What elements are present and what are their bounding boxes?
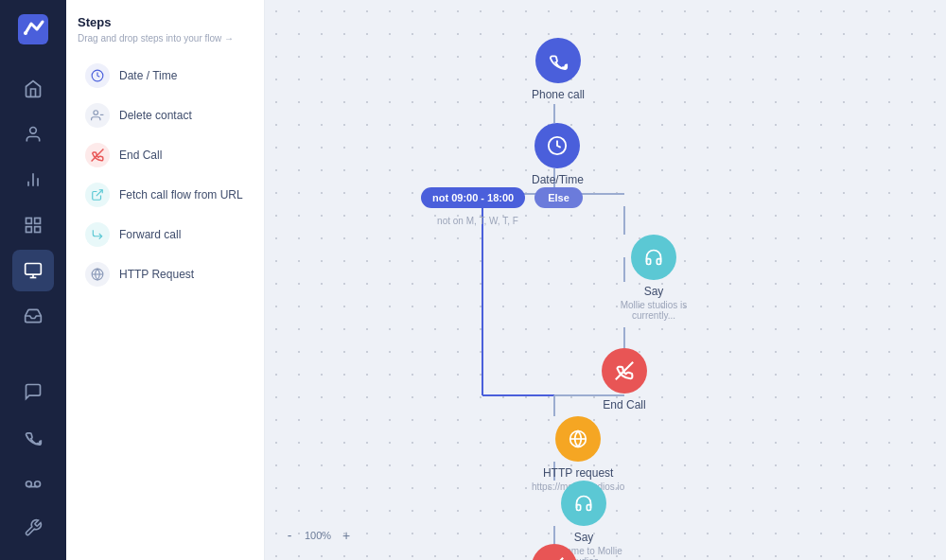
datetime-label: Date/Time	[532, 173, 584, 186]
sidebar	[0, 0, 66, 560]
logo	[15, 11, 51, 47]
phone-call-node[interactable]: Phone call	[532, 38, 585, 101]
steps-title: Steps	[78, 15, 253, 29]
end-call1-icon	[602, 348, 647, 394]
sidebar-settings[interactable]	[12, 507, 54, 549]
step-forward-call-label: Forward call	[119, 228, 181, 241]
sidebar-bottom	[12, 371, 54, 549]
svg-line-20	[96, 190, 102, 196]
svg-point-17	[94, 111, 98, 115]
phone-call-label: Phone call	[532, 88, 585, 101]
step-delete-contact[interactable]: Delete contact	[78, 96, 253, 134]
say1-sublabel: Mollie studios is currently...	[602, 300, 706, 321]
http-request-icon	[555, 416, 601, 462]
phone-call-icon	[535, 38, 581, 83]
step-forward-call-icon	[85, 222, 110, 247]
step-forward-call[interactable]: Forward call	[78, 216, 253, 254]
svg-rect-6	[26, 219, 32, 224]
say1-icon	[631, 235, 676, 280]
zoom-plus-button[interactable]: +	[337, 526, 356, 545]
say1-label: Say	[644, 285, 664, 298]
flow-canvas[interactable]: Phone call Date/Time not 09:00 - 18:00 E…	[265, 0, 946, 560]
say1-node[interactable]: Say Mollie studios is currently...	[602, 235, 706, 321]
svg-point-13	[26, 481, 32, 487]
svg-rect-0	[18, 14, 48, 44]
end-call1-label: End Call	[603, 398, 645, 411]
sidebar-inbox[interactable]	[12, 295, 54, 337]
end-call2-icon	[532, 544, 577, 560]
branch-left-pill[interactable]: not 09:00 - 18:00	[421, 187, 525, 208]
step-delete-contact-label: Delete contact	[119, 109, 192, 122]
step-http-request-label: HTTP Request	[119, 268, 194, 281]
sidebar-chat[interactable]	[12, 371, 54, 412]
steps-subtitle: Drag and drop steps into your flow →	[78, 33, 253, 44]
step-date-time[interactable]: Date / Time	[78, 57, 253, 95]
step-date-time-label: Date / Time	[119, 69, 177, 82]
step-fetch-flow[interactable]: Fetch call flow from URL	[78, 176, 253, 214]
step-end-call[interactable]: End Call	[78, 136, 253, 174]
step-date-time-icon	[85, 63, 110, 88]
sidebar-apps[interactable]	[12, 204, 54, 246]
sidebar-voicemail[interactable]	[12, 462, 54, 503]
say2-icon	[561, 481, 606, 526]
svg-rect-8	[26, 227, 32, 233]
branch-right-pill[interactable]: Else	[534, 187, 583, 208]
datetime-icon	[534, 123, 580, 168]
svg-rect-7	[35, 219, 41, 224]
zoom-level: 100%	[305, 530, 331, 541]
sidebar-analytics[interactable]	[12, 159, 54, 201]
svg-point-2	[30, 128, 37, 134]
step-end-call-label: End Call	[119, 149, 162, 162]
sidebar-flows[interactable]	[12, 250, 54, 291]
sidebar-home[interactable]	[12, 68, 54, 110]
branch-left-condition: not on M, T, W, T, F	[421, 216, 534, 226]
svg-point-1	[24, 31, 27, 35]
sidebar-contacts[interactable]	[12, 114, 54, 155]
end-call1-node[interactable]: End Call	[602, 348, 647, 411]
step-fetch-flow-label: Fetch call flow from URL	[119, 188, 243, 201]
end-call2-node[interactable]: End Call	[532, 544, 577, 560]
steps-panel: Steps Drag and drop steps into your flow…	[66, 0, 265, 560]
svg-rect-9	[35, 227, 41, 233]
branch-pills: not 09:00 - 18:00 Else	[421, 187, 583, 208]
datetime-node[interactable]: Date/Time	[532, 123, 584, 186]
zoom-control: - 100% +	[280, 526, 356, 545]
sidebar-phone[interactable]	[12, 416, 54, 458]
say2-label: Say	[574, 531, 594, 544]
svg-point-14	[35, 481, 41, 487]
step-end-call-icon	[85, 143, 110, 167]
step-http-request-icon	[85, 262, 110, 287]
step-fetch-flow-icon	[85, 183, 110, 207]
http-request-label: HTTP request	[543, 466, 613, 480]
svg-rect-10	[26, 264, 42, 275]
step-delete-contact-icon	[85, 103, 110, 128]
step-http-request[interactable]: HTTP Request	[78, 255, 253, 293]
zoom-minus-button[interactable]: -	[280, 526, 299, 545]
